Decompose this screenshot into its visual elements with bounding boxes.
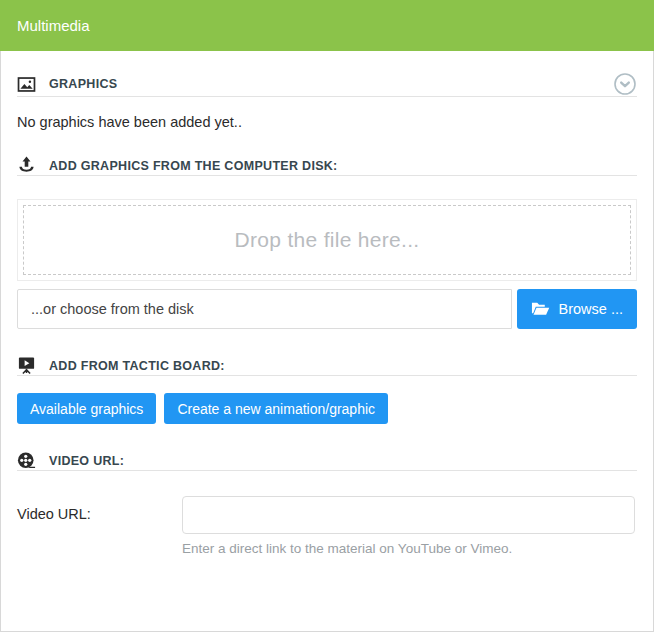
panel-header: Multimedia: [0, 0, 654, 51]
file-path-input[interactable]: [17, 289, 512, 329]
video-url-form-row: Video URL:: [17, 496, 637, 534]
folder-open-icon: [531, 300, 550, 319]
available-graphics-button[interactable]: Available graphics: [17, 393, 156, 424]
video-url-section-header: VIDEO URL:: [17, 451, 637, 470]
graphics-section-header: GRAPHICS: [17, 72, 637, 96]
add-from-disk-section-header: ADD GRAPHICS FROM THE COMPUTER DISK:: [17, 156, 637, 175]
divider: [17, 470, 637, 471]
tactic-board-icon: [17, 356, 36, 375]
multimedia-panel: Multimedia GRAPHICS No graphics: [0, 0, 654, 632]
tactic-board-buttons: Available graphics Create a new animatio…: [17, 393, 637, 424]
browse-button[interactable]: Browse ...: [517, 289, 637, 329]
tactic-board-label: ADD FROM TACTIC BOARD:: [49, 359, 225, 373]
graphics-section-label: GRAPHICS: [49, 77, 117, 91]
browse-button-label: Browse ...: [559, 301, 623, 317]
dropzone-text: Drop the file here...: [235, 228, 420, 252]
divider: [17, 375, 637, 376]
video-url-helper-text: Enter a direct link to the material on Y…: [182, 541, 637, 556]
divider: [17, 175, 637, 176]
upload-icon: [17, 156, 36, 175]
tactic-board-section-header: ADD FROM TACTIC BOARD:: [17, 356, 637, 375]
dropzone-container: Drop the file here...: [17, 199, 637, 281]
video-url-field-label: Video URL:: [17, 496, 182, 522]
video-url-label: VIDEO URL:: [49, 454, 124, 468]
file-choose-row: Browse ...: [17, 289, 637, 329]
add-from-disk-label: ADD GRAPHICS FROM THE COMPUTER DISK:: [49, 159, 338, 173]
panel-title: Multimedia: [17, 17, 90, 34]
film-reel-icon: [17, 451, 36, 470]
image-icon: [17, 75, 36, 94]
create-animation-button[interactable]: Create a new animation/graphic: [164, 393, 388, 424]
video-url-input[interactable]: [182, 496, 635, 534]
collapse-chevron-icon[interactable]: [613, 72, 637, 96]
no-graphics-message: No graphics have been added yet..: [17, 114, 637, 130]
divider: [17, 96, 637, 97]
file-dropzone[interactable]: Drop the file here...: [23, 205, 631, 275]
